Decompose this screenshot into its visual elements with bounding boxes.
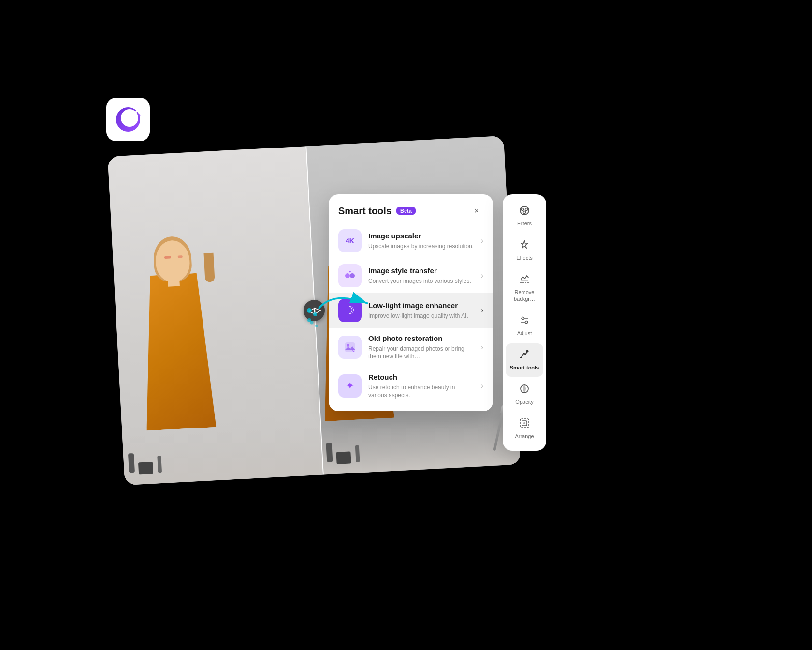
svg-point-22 xyxy=(526,350,529,352)
sidebar-label-adjust: Adjust xyxy=(517,330,532,337)
tool-info-retouch: Retouch Use retouch to enhance beauty in… xyxy=(368,372,474,399)
tool-info-lowlight: Low-light image enhancer Improve low-lig… xyxy=(368,301,474,320)
tool-icon-style: ✦ xyxy=(338,264,362,287)
tool-name-upscaler: Image upscaler xyxy=(368,231,474,241)
svg-point-14 xyxy=(525,208,528,211)
tool-item-photo-restoration[interactable]: c Old photo restoration Repair your dama… xyxy=(329,328,493,367)
retouch-chevron-icon: › xyxy=(481,382,483,390)
tool-item-lowlight[interactable]: ☽ Low-light image enhancer Improve low-l… xyxy=(329,293,493,328)
arrange-icon xyxy=(519,418,530,431)
opacity-icon xyxy=(519,384,530,397)
tool-name-restoration: Old photo restoration xyxy=(368,334,474,343)
sidebar-label-filters: Filters xyxy=(517,221,532,227)
table-surface xyxy=(122,427,323,485)
sidebar-label-remove-bg: Remove backgr… xyxy=(509,289,539,302)
svg-point-10 xyxy=(347,344,349,347)
svg-point-26 xyxy=(523,422,525,424)
sidebar-item-smart-tools[interactable]: Smart tools xyxy=(506,343,543,377)
sidebar-label-opacity: Opacity xyxy=(515,399,533,405)
tool-name-retouch: Retouch xyxy=(368,372,474,382)
sidebar-item-opacity[interactable]: Opacity xyxy=(506,378,543,411)
lowlight-chevron-icon: › xyxy=(481,306,483,315)
upscaler-icon-label: 4K xyxy=(346,237,354,245)
tool-list: 4K Image upscaler Upscale images by incr… xyxy=(329,223,493,405)
tool-icon-upscaler: 4K xyxy=(338,229,362,252)
sidebar-item-filters[interactable]: Filters xyxy=(506,199,543,233)
compare-arrows-icon: ◁▷ xyxy=(308,305,320,316)
sidebar-label-arrange: Arrange xyxy=(515,433,534,440)
tool-item-retouch[interactable]: ✦ Retouch Use retouch to enhance beauty … xyxy=(329,367,493,405)
sidebar-item-remove-bg[interactable]: Remove backgr… xyxy=(506,268,543,308)
upscaler-chevron-icon: › xyxy=(481,236,483,245)
panel-title: Smart tools xyxy=(338,206,392,217)
smart-tools-panel: Smart tools Beta × 4K Image upscaler Ups… xyxy=(329,194,493,411)
restoration-chevron-icon: › xyxy=(481,343,483,352)
tool-item-image-upscaler[interactable]: 4K Image upscaler Upscale images by incr… xyxy=(329,223,493,258)
right-sidebar: Filters Effects Remove backgr… Adjust xyxy=(503,194,546,451)
tool-desc-lowlight: Improve low-light image quality with AI. xyxy=(368,312,474,320)
beta-badge: Beta xyxy=(396,207,416,215)
tool-info-style: Image style transfer Convert your images… xyxy=(368,266,474,285)
tool-icon-lowlight: ☽ xyxy=(338,299,362,322)
panel-close-button[interactable]: × xyxy=(470,204,483,218)
sidebar-item-arrange[interactable]: Arrange xyxy=(506,412,543,445)
woman-jacket xyxy=(135,272,220,431)
effects-icon xyxy=(519,239,530,253)
tool-name-style: Image style transfer xyxy=(368,266,474,276)
lowlight-moon-icon: ☽ xyxy=(345,304,355,317)
svg-text:✦: ✦ xyxy=(348,270,352,274)
tool-desc-style: Convert your images into various styles. xyxy=(368,277,474,285)
sidebar-label-effects: Effects xyxy=(516,255,532,261)
svg-rect-17 xyxy=(521,280,528,281)
makeup-brush xyxy=(493,413,504,451)
photo-left-half xyxy=(108,146,323,485)
tool-name-lowlight: Low-light image enhancer xyxy=(368,301,474,310)
tool-desc-upscaler: Upscale images by increasing resolution. xyxy=(368,242,474,251)
filters-icon xyxy=(519,205,530,219)
tool-icon-photo: c xyxy=(338,336,362,359)
sidebar-label-smart-tools: Smart tools xyxy=(510,365,539,371)
woman-hair-ponytail xyxy=(204,253,215,282)
sidebar-item-effects[interactable]: Effects xyxy=(506,234,543,267)
app-logo[interactable]: ✦ ✦ xyxy=(106,98,150,141)
tool-item-style-transfer[interactable]: ✦ Image style transfer Convert your imag… xyxy=(329,258,493,293)
svg-point-15 xyxy=(523,211,526,214)
tool-desc-retouch: Use retouch to enhance beauty in various… xyxy=(368,384,474,400)
tool-info-restoration: Old photo restoration Repair your damage… xyxy=(368,334,474,361)
svg-point-20 xyxy=(522,317,524,319)
svg-point-21 xyxy=(525,321,528,323)
table-surface-r xyxy=(320,416,521,474)
tool-desc-restoration: Repair your damaged photos or bring them… xyxy=(368,345,474,361)
panel-title-group: Smart tools Beta xyxy=(338,206,416,217)
style-transfer-icon: ✦ xyxy=(344,269,356,282)
photo-restoration-icon: c xyxy=(344,341,356,354)
adjust-icon xyxy=(519,315,530,328)
tool-icon-retouch: ✦ xyxy=(338,374,362,398)
remove-bg-icon xyxy=(519,274,530,287)
panel-header: Smart tools Beta × xyxy=(329,194,493,223)
style-chevron-icon: › xyxy=(481,271,483,280)
tool-info-upscaler: Image upscaler Upscale images by increas… xyxy=(368,231,474,250)
svg-point-13 xyxy=(522,208,524,211)
main-scene: ◁▷ xyxy=(116,107,696,543)
svg-text:c: c xyxy=(352,347,355,353)
sidebar-item-adjust[interactable]: Adjust xyxy=(506,309,543,342)
retouch-star-icon: ✦ xyxy=(346,380,354,392)
smart-tools-icon xyxy=(519,349,530,363)
